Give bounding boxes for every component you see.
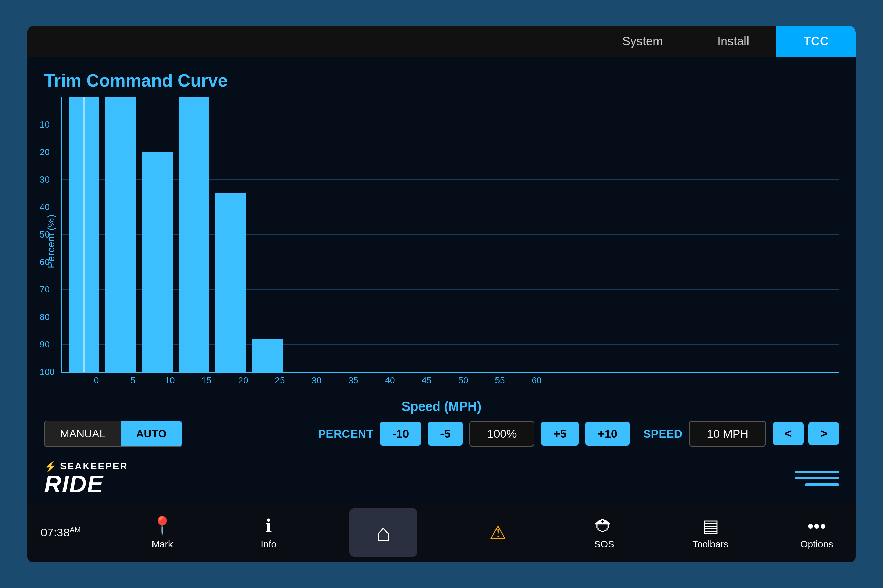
x-tick-label: 60 bbox=[518, 375, 555, 386]
y-tick-label: 70 bbox=[40, 284, 50, 294]
y-tick-label: 90 bbox=[40, 339, 50, 350]
tab-bar: System Install TCC bbox=[27, 26, 856, 57]
seakeeper-logo: ⚡ SEAKEEPER RIDE bbox=[44, 460, 128, 496]
bar-1[interactable] bbox=[105, 98, 136, 372]
toolbars-icon: ▤ bbox=[702, 516, 719, 536]
chart-section: Trim Command Curve Percent (%) 102030405… bbox=[27, 57, 856, 393]
prev-button[interactable]: < bbox=[773, 422, 803, 446]
y-tick-label: 40 bbox=[40, 202, 50, 212]
x-tick-label: 55 bbox=[481, 375, 518, 386]
nav-item-warning[interactable]: ⚠ bbox=[472, 522, 523, 543]
nav-item-toolbars[interactable]: ▤ Toolbars bbox=[685, 516, 736, 550]
percent-value: 100% bbox=[469, 421, 534, 447]
hamburger-line-2 bbox=[795, 477, 839, 479]
nav-item-mark[interactable]: 📍 Mark bbox=[137, 515, 188, 550]
grid-line bbox=[62, 372, 839, 372]
x-tick-label: 15 bbox=[188, 375, 225, 386]
y-tick-label: 60 bbox=[40, 256, 50, 267]
bar-0[interactable] bbox=[69, 98, 99, 372]
plus5-button[interactable]: +5 bbox=[541, 422, 579, 446]
home-button[interactable]: ⌂ bbox=[349, 508, 417, 557]
nav-time: 07:38AM bbox=[41, 526, 81, 539]
nav-buttons: < > bbox=[773, 422, 839, 446]
info-label: Info bbox=[260, 539, 277, 550]
seakeeper-top: ⚡ SEAKEEPER bbox=[44, 460, 128, 472]
home-icon: ⌂ bbox=[376, 519, 390, 546]
info-icon: ℹ bbox=[265, 516, 272, 536]
warning-icon: ⚠ bbox=[489, 522, 506, 543]
hamburger-menu[interactable] bbox=[795, 471, 839, 486]
x-axis-label: Speed (MPH) bbox=[402, 399, 481, 414]
speed-label-small: SPEED bbox=[643, 427, 682, 440]
sos-icon: ⛑ bbox=[595, 516, 613, 536]
seakeeper-brand: SEAKEEPER bbox=[60, 461, 128, 472]
y-tick-label: 50 bbox=[40, 230, 50, 240]
x-tick-label: 0 bbox=[78, 375, 115, 386]
y-tick-label: 30 bbox=[40, 174, 50, 185]
speed-value: 10 MPH bbox=[689, 421, 766, 447]
x-tick-label: 10 bbox=[152, 375, 188, 386]
logo-row: ⚡ SEAKEEPER RIDE bbox=[27, 457, 856, 503]
ride-text: RIDE bbox=[44, 472, 128, 496]
x-tick-label: 30 bbox=[298, 375, 335, 386]
hamburger-line-1 bbox=[795, 471, 839, 473]
x-tick-label: 25 bbox=[262, 375, 298, 386]
nav-item-info[interactable]: ℹ Info bbox=[243, 516, 294, 550]
next-button[interactable]: > bbox=[808, 422, 839, 446]
minus10-button[interactable]: -10 bbox=[380, 422, 421, 446]
mark-label: Mark bbox=[152, 539, 173, 550]
x-tick-label: 20 bbox=[225, 375, 262, 386]
bar-4[interactable] bbox=[215, 194, 246, 372]
options-label: Options bbox=[800, 539, 833, 550]
bar-2[interactable] bbox=[142, 152, 173, 372]
manual-button[interactable]: MANUAL bbox=[45, 422, 120, 446]
x-axis: 051015202530354045505560 bbox=[61, 372, 839, 386]
tab-tcc[interactable]: TCC bbox=[776, 26, 856, 57]
toolbars-label: Toolbars bbox=[692, 539, 728, 550]
percent-label: PERCENT bbox=[318, 427, 373, 440]
x-tick-label: 35 bbox=[335, 375, 372, 386]
chart-grid: 102030405060708090100 bbox=[61, 98, 839, 372]
y-tick-label: 10 bbox=[40, 119, 50, 130]
chart-inner: 102030405060708090100 051015202530354045… bbox=[61, 98, 839, 386]
chart-title: Trim Command Curve bbox=[44, 70, 839, 91]
chart-wrapper: Percent (%) 102030405060708090100 051015… bbox=[44, 98, 839, 386]
bottom-nav: 07:38AM 📍 Mark ℹ Info ⌂ ⚠ ⛑ SOS ▤ Toolba… bbox=[27, 503, 856, 562]
nav-item-options[interactable]: ••• Options bbox=[791, 516, 842, 550]
controls-section: Speed (MPH) MANUAL AUTO PERCENT -10 -5 1… bbox=[27, 393, 856, 457]
y-tick-label: 80 bbox=[40, 312, 50, 322]
x-tick-label: 45 bbox=[408, 375, 445, 386]
minus5-button[interactable]: -5 bbox=[428, 422, 463, 446]
mark-icon: 📍 bbox=[151, 515, 173, 536]
s-icon: ⚡ bbox=[44, 460, 57, 472]
tab-install[interactable]: Install bbox=[690, 26, 776, 57]
auto-button[interactable]: AUTO bbox=[120, 422, 182, 446]
sos-label: SOS bbox=[594, 539, 614, 550]
y-tick-label: 20 bbox=[40, 147, 50, 158]
y-tick-label: 100 bbox=[40, 366, 54, 377]
controls-row: MANUAL AUTO PERCENT -10 -5 100% +5 +10 S… bbox=[44, 421, 839, 447]
white-line bbox=[84, 98, 84, 372]
x-tick-label: 40 bbox=[372, 375, 408, 386]
x-tick-label: 50 bbox=[445, 375, 481, 386]
speed-label-row: Speed (MPH) bbox=[44, 399, 839, 414]
x-tick-label: 5 bbox=[115, 375, 152, 386]
bar-3[interactable] bbox=[179, 98, 209, 372]
mode-buttons: MANUAL AUTO bbox=[44, 421, 182, 447]
main-container: System Install TCC Trim Command Curve Pe… bbox=[27, 26, 856, 562]
bar-5[interactable] bbox=[252, 339, 283, 372]
hamburger-line-3 bbox=[805, 483, 839, 486]
tab-system[interactable]: System bbox=[595, 26, 690, 57]
nav-item-sos[interactable]: ⛑ SOS bbox=[579, 516, 630, 550]
plus10-button[interactable]: +10 bbox=[585, 422, 630, 446]
options-icon: ••• bbox=[808, 516, 826, 536]
bars-container bbox=[62, 98, 839, 372]
